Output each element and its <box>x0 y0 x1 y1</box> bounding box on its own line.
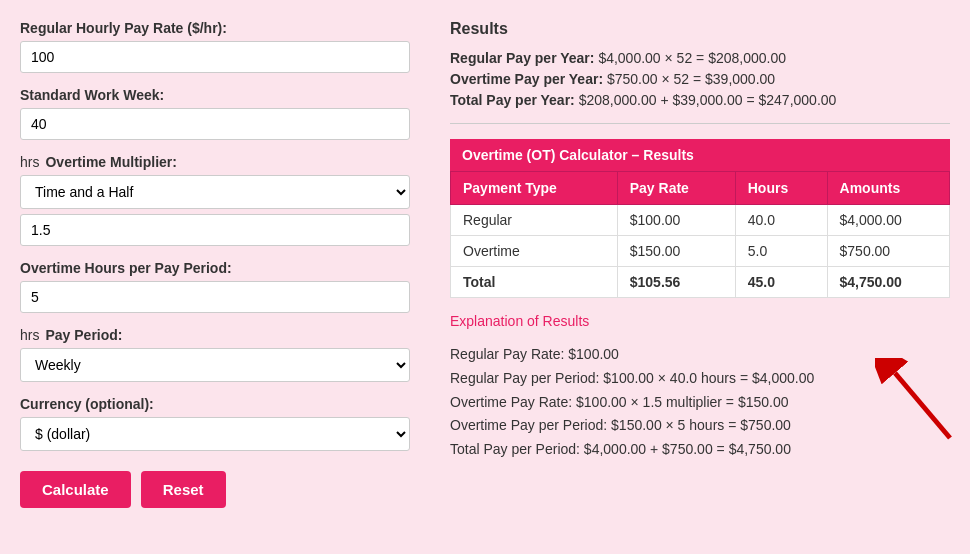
table-row: Total$105.5645.0$4,750.00 <box>451 267 950 298</box>
results-line-2: Overtime Pay per Year: $750.00 × 52 = $3… <box>450 71 950 87</box>
hrs-prefix: hrs <box>20 154 39 170</box>
hourly-rate-label: Regular Hourly Pay Rate ($/hr): <box>20 20 410 36</box>
results-line-3: Total Pay per Year: $208,000.00 + $39,00… <box>450 92 950 108</box>
results-line-2-value: $750.00 × 52 = $39,000.00 <box>607 71 775 87</box>
svg-line-1 <box>895 373 950 438</box>
explanation-link[interactable]: Explanation of Results <box>450 313 589 329</box>
col-amounts: Amounts <box>827 172 949 205</box>
results-line-2-label: Overtime Pay per Year: <box>450 71 603 87</box>
work-week-input[interactable] <box>20 108 410 140</box>
table-row: Regular$100.0040.0$4,000.00 <box>451 205 950 236</box>
table-cell: Total <box>451 267 618 298</box>
table-cell: $100.00 <box>617 205 735 236</box>
divider <box>450 123 950 124</box>
ot-table-title: Overtime (OT) Calculator – Results <box>450 139 950 171</box>
table-cell: 45.0 <box>735 267 827 298</box>
left-panel: Regular Hourly Pay Rate ($/hr): Standard… <box>20 20 410 508</box>
currency-select[interactable]: $ (dollar) € (euro) £ (pound) ¥ (yen) <box>20 417 410 451</box>
right-panel: Results Regular Pay per Year: $4,000.00 … <box>450 20 950 508</box>
ot-hours-label: Overtime Hours per Pay Period: <box>20 260 410 276</box>
table-cell: $105.56 <box>617 267 735 298</box>
pay-period-label: Pay Period: <box>45 327 122 343</box>
col-hours: Hours <box>735 172 827 205</box>
table-cell: $150.00 <box>617 236 735 267</box>
results-line-3-label: Total Pay per Year: <box>450 92 575 108</box>
table-cell: Overtime <box>451 236 618 267</box>
ot-table: Payment Type Pay Rate Hours Amounts Regu… <box>450 171 950 298</box>
pay-period-select[interactable]: Weekly Bi-Weekly Semi-Monthly Monthly <box>20 348 410 382</box>
table-cell: $4,750.00 <box>827 267 949 298</box>
table-cell: 5.0 <box>735 236 827 267</box>
results-line-3-value: $208,000.00 + $39,000.00 = $247,000.00 <box>579 92 837 108</box>
results-line-1-label: Regular Pay per Year: <box>450 50 594 66</box>
ot-hours-input[interactable] <box>20 281 410 313</box>
col-pay-rate: Pay Rate <box>617 172 735 205</box>
red-arrow-icon <box>875 358 965 448</box>
hrs-suffix: hrs <box>20 327 39 343</box>
results-line-1: Regular Pay per Year: $4,000.00 × 52 = $… <box>450 50 950 66</box>
currency-label: Currency (optional): <box>20 396 410 412</box>
multiplier-select[interactable]: Time and a Half Double Time Custom <box>20 175 410 209</box>
table-row: Overtime$150.005.0$750.00 <box>451 236 950 267</box>
table-cell: Regular <box>451 205 618 236</box>
multiplier-value-input[interactable] <box>20 214 410 246</box>
multiplier-label: Overtime Multiplier: <box>45 154 176 170</box>
table-cell: $750.00 <box>827 236 949 267</box>
table-cell: 40.0 <box>735 205 827 236</box>
calculate-button[interactable]: Calculate <box>20 471 131 508</box>
table-cell: $4,000.00 <box>827 205 949 236</box>
col-payment-type: Payment Type <box>451 172 618 205</box>
hourly-rate-input[interactable] <box>20 41 410 73</box>
results-line-1-value: $4,000.00 × 52 = $208,000.00 <box>598 50 786 66</box>
ot-table-container: Overtime (OT) Calculator – Results Payme… <box>450 139 950 298</box>
reset-button[interactable]: Reset <box>141 471 226 508</box>
table-header-row: Payment Type Pay Rate Hours Amounts <box>451 172 950 205</box>
work-week-label: Standard Work Week: <box>20 87 410 103</box>
results-title: Results <box>450 20 950 38</box>
